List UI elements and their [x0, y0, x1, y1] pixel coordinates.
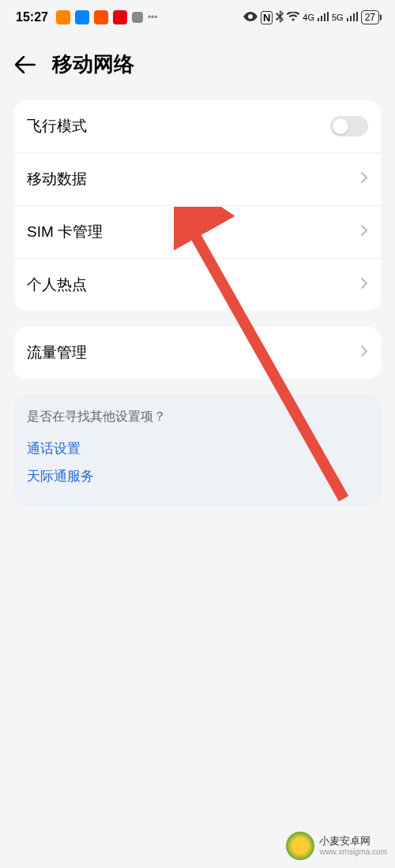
more-dots-icon: ••• — [148, 12, 158, 23]
hint-title: 是否在寻找其他设置项？ — [27, 409, 368, 425]
app-icon — [94, 10, 108, 24]
sim-management-row[interactable]: SIM 卡管理 — [14, 205, 381, 258]
svg-rect-4 — [347, 18, 348, 21]
settings-card-1: 飞行模式 移动数据 SIM 卡管理 个人热点 — [14, 100, 381, 311]
sim-management-label: SIM 卡管理 — [27, 222, 103, 242]
mobile-data-label: 移动数据 — [27, 169, 87, 189]
watermark: 小麦安卓网 www.xmsigma.com — [286, 832, 387, 860]
airplane-mode-row[interactable]: 飞行模式 — [14, 100, 381, 152]
eye-icon — [243, 12, 258, 24]
watermark-url: www.xmsigma.com — [319, 847, 387, 857]
signal-bars-icon — [347, 12, 358, 24]
status-time: 15:27 — [16, 10, 48, 24]
svg-rect-6 — [353, 13, 355, 21]
wifi-icon — [287, 12, 299, 24]
hotspot-row[interactable]: 个人热点 — [14, 258, 381, 311]
svg-rect-7 — [356, 12, 358, 21]
nfc-icon: N — [261, 11, 273, 24]
signal-4g: 4G — [303, 13, 314, 22]
header: 移动网络 — [0, 35, 395, 100]
data-usage-label: 流量管理 — [27, 342, 87, 363]
bluetooth-icon — [276, 10, 284, 25]
svg-rect-0 — [318, 18, 319, 21]
signal-5g: 5G — [332, 13, 344, 22]
app-icon — [75, 10, 89, 24]
status-bar: 15:27 ••• N 4G 5G 27 — [0, 0, 395, 35]
svg-rect-3 — [327, 12, 329, 21]
airplane-mode-label: 飞行模式 — [27, 116, 87, 137]
chevron-right-icon — [360, 170, 368, 188]
back-button[interactable] — [14, 54, 36, 76]
settings-card-2: 流量管理 — [14, 327, 381, 379]
watermark-name: 小麦安卓网 — [319, 835, 387, 847]
chevron-right-icon — [360, 276, 368, 294]
app-icon — [132, 12, 143, 23]
call-settings-link[interactable]: 通话设置 — [27, 435, 368, 462]
app-icon — [113, 10, 127, 24]
chevron-right-icon — [360, 223, 368, 241]
airplane-mode-toggle[interactable] — [330, 116, 368, 137]
signal-bars-icon — [318, 12, 329, 24]
status-left: 15:27 ••• — [16, 10, 158, 24]
app-icon — [56, 10, 70, 24]
hint-card: 是否在寻找其他设置项？ 通话设置 天际通服务 — [14, 395, 381, 506]
svg-rect-1 — [321, 16, 322, 21]
chevron-right-icon — [360, 344, 368, 361]
status-right: N 4G 5G 27 — [243, 10, 379, 25]
page-title: 移动网络 — [52, 51, 134, 78]
data-usage-row[interactable]: 流量管理 — [14, 327, 381, 379]
hotspot-label: 个人热点 — [27, 275, 87, 295]
battery-icon: 27 — [361, 10, 379, 24]
watermark-logo-icon — [286, 832, 314, 860]
mobile-data-row[interactable]: 移动数据 — [14, 152, 381, 205]
svg-rect-5 — [350, 16, 352, 21]
svg-rect-2 — [324, 13, 325, 21]
skytone-link[interactable]: 天际通服务 — [27, 462, 368, 490]
